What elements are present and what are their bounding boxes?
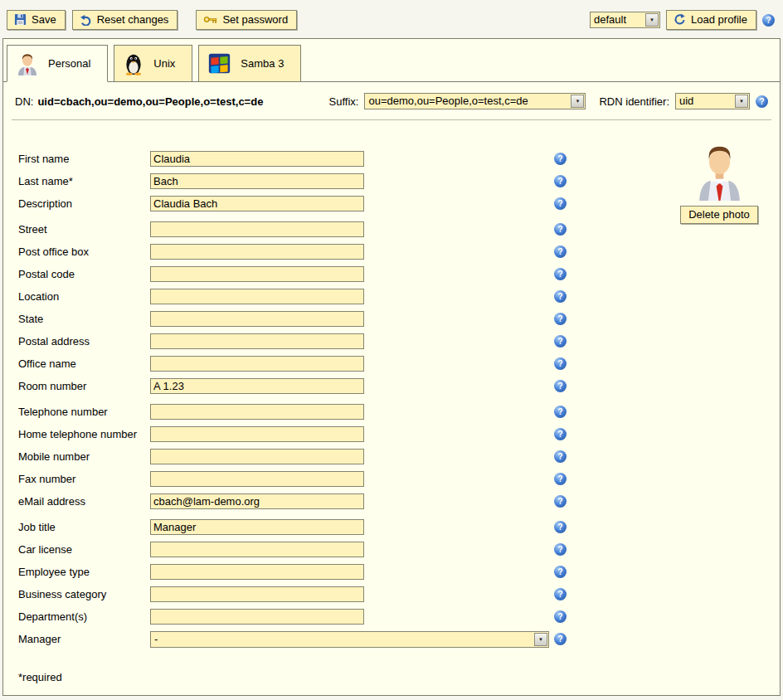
room-number-input[interactable]	[150, 378, 364, 394]
save-button[interactable]: Save	[7, 10, 66, 30]
form-row-description: Description?	[3, 192, 780, 215]
help-icon[interactable]: ?	[756, 95, 768, 108]
help-icon[interactable]: ?	[554, 450, 567, 463]
help-icon[interactable]: ?	[762, 14, 775, 27]
help-icon[interactable]: ?	[554, 566, 567, 578]
form-row-manager: Manager-?	[3, 628, 780, 650]
last-name-label: Last name*	[18, 175, 150, 187]
manager-select-wrap: -	[150, 631, 549, 648]
reset-changes-button[interactable]: Reset changes	[72, 10, 178, 30]
help-icon[interactable]: ?	[554, 335, 567, 348]
office-name-label: Office name	[18, 357, 150, 370]
form-row-home-telephone-number: Home telephone number?	[3, 423, 780, 445]
set-password-label: Set password	[222, 13, 288, 26]
undo-icon	[80, 14, 92, 26]
job-title-input[interactable]	[150, 519, 364, 535]
help-icon[interactable]: ?	[554, 290, 567, 303]
location-input[interactable]	[150, 289, 364, 304]
business-category-input[interactable]	[150, 586, 364, 602]
rdn-label: RDN identifier:	[599, 95, 669, 108]
help-icon[interactable]: ?	[554, 313, 567, 325]
form-rows: First name?Last name*?Description?Street…	[3, 148, 780, 650]
fax-number-label: Fax number	[18, 473, 150, 485]
tab-samba3[interactable]: Samba 3	[198, 45, 301, 82]
profile-select[interactable]: default	[590, 12, 660, 28]
help-icon[interactable]: ?	[554, 197, 567, 210]
telephone-number-input[interactable]	[150, 404, 364, 420]
street-label: Street	[18, 223, 150, 236]
tab-personal[interactable]: Personal	[7, 45, 108, 82]
fax-number-input[interactable]	[150, 471, 364, 487]
help-icon[interactable]: ?	[554, 357, 567, 370]
help-icon[interactable]: ?	[554, 521, 567, 533]
tab-bar: Personal Unix Samba 3	[3, 39, 780, 82]
form-row-last-name: Last name*?	[3, 170, 780, 192]
car-license-input[interactable]	[150, 542, 364, 557]
car-license-label: Car license	[18, 543, 150, 556]
room-number-label: Room number	[18, 380, 150, 392]
telephone-number-field-area	[150, 404, 554, 420]
help-icon[interactable]: ?	[554, 473, 567, 485]
form-row-business-category: Business category?	[3, 583, 780, 605]
manager-field-area: -	[150, 631, 554, 648]
state-label: State	[18, 313, 150, 325]
main-panel: Personal Unix Samba 3 DN: uid=cbach,ou=d…	[2, 38, 781, 696]
postal-address-field-area	[150, 333, 554, 349]
postal-code-field-area	[150, 266, 554, 282]
description-label: Description	[18, 197, 150, 210]
help-icon[interactable]: ?	[554, 588, 567, 600]
email-address-label: eMail address	[18, 495, 150, 508]
home-telephone-number-input[interactable]	[150, 426, 364, 442]
help-icon[interactable]: ?	[554, 380, 567, 392]
help-icon[interactable]: ?	[554, 245, 567, 258]
help-icon[interactable]: ?	[554, 428, 567, 440]
page: { "colors": { "accent_yellow": "#fff3bd"…	[0, 0, 783, 700]
load-profile-label: Load profile	[691, 13, 747, 26]
post-office-box-input[interactable]	[150, 244, 364, 260]
postal-code-input[interactable]	[150, 266, 364, 282]
toolbar-right: default Load profile ?	[590, 10, 775, 30]
description-input[interactable]	[150, 196, 364, 211]
postal-address-input[interactable]	[150, 333, 364, 349]
state-input[interactable]	[150, 311, 364, 327]
mobile-number-input[interactable]	[150, 449, 364, 464]
description-field-area	[150, 196, 554, 211]
help-icon[interactable]: ?	[554, 175, 567, 187]
manager-select[interactable]: -	[150, 631, 549, 648]
employee-type-input[interactable]	[150, 564, 364, 580]
form-row-postal-address: Postal address?	[3, 330, 780, 352]
room-number-field-area	[150, 378, 554, 394]
save-label: Save	[32, 13, 56, 26]
rdn-select[interactable]: uid	[675, 93, 750, 109]
help-icon[interactable]: ?	[554, 495, 567, 508]
help-icon[interactable]: ?	[554, 610, 567, 623]
location-field-area	[150, 289, 554, 304]
first-name-input[interactable]	[150, 151, 364, 167]
departments-input[interactable]	[150, 609, 364, 625]
last-name-input[interactable]	[150, 173, 364, 189]
help-icon[interactable]: ?	[554, 543, 567, 556]
help-icon[interactable]: ?	[554, 633, 567, 645]
tab-unix[interactable]: Unix	[114, 45, 192, 82]
street-input[interactable]	[150, 221, 364, 237]
help-icon[interactable]: ?	[554, 223, 567, 236]
set-password-button[interactable]: Set password	[196, 10, 297, 30]
form-row-job-title: Job title?	[3, 516, 780, 538]
office-name-input[interactable]	[150, 356, 364, 372]
rdn-select-wrap: uid	[675, 93, 750, 109]
help-icon[interactable]: ?	[554, 268, 567, 280]
tab-unix-label: Unix	[153, 57, 175, 70]
fax-number-field-area	[150, 471, 554, 487]
delete-photo-button[interactable]: Delete photo	[680, 206, 758, 224]
business-category-field-area	[150, 586, 554, 602]
help-icon[interactable]: ?	[554, 406, 567, 418]
help-icon[interactable]: ?	[554, 153, 567, 165]
rdn-group: RDN identifier: uid ?	[599, 93, 768, 109]
suffix-select[interactable]: ou=demo,ou=People,o=test,c=de	[364, 93, 586, 109]
email-address-input[interactable]	[150, 493, 364, 509]
save-icon	[14, 13, 27, 26]
last-name-field-area	[150, 173, 554, 189]
load-profile-button[interactable]: Load profile	[666, 10, 756, 30]
form-row-fax-number: Fax number?	[3, 468, 780, 490]
suffix-group: Suffix: ou=demo,ou=People,o=test,c=de	[329, 93, 586, 109]
